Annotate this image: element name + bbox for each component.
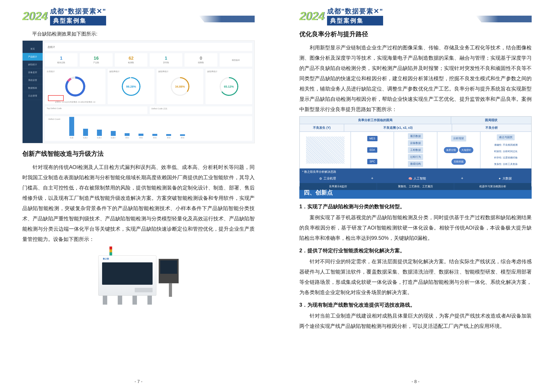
header-title-top: 成都"数据要素✕" [50,7,106,16]
stat-card: 62检测数 [115,53,147,67]
dashboard-sidebar: 首页 产品统计 缺陷统计 设备监控 系统设置 数据报表 日志管理 [23,41,43,143]
flow-header: 困局现状 [451,116,531,124]
body-paragraph: 针对当前工业制造产线建设相对成熟且体量巨大的现状，为客户提供产线技术改造或者AI… [299,311,532,331]
donut-block: 分类统计 ●系列1: 129 ●正向判定情况: 43 ●负向判定情况: 84 [45,69,105,104]
body-paragraph: 利用新型显示产业链制造企业生产过程的图像采集、传输、存储及业务工程化等技术，结合… [299,42,532,114]
datalist-row: Top Defect Code Defect Code 占比 [45,106,252,114]
bar-chart: Defect Count 柱形 柱形2 柱形3 柱形4 类别 类别 类别 类别 … [45,116,252,141]
stat-card: 1异常数 [150,53,182,67]
stat-row: 1模块总数 16产品数 62检测数 1异常数 0报警数 模型版本 [45,53,252,67]
solution-title: * 数之联良率分析解决思路 [300,168,531,175]
figure-caption: 平台缺陷检测效果如下图所示: [22,30,255,38]
list-block: Defect Code 占比 [150,106,252,114]
body-paragraph: 针对不同行业的特定需求，在算法层面提供定制化解决方案。结合实际生产线状况，综合考… [299,256,532,297]
point-heading: 1．实现了产品缺陷检测与分类的数智化转型。 [299,203,532,210]
section-heading: 优化良率分析与提升路径 [299,30,532,38]
gauge-block: 缺陷率统计 98.28% [108,69,154,104]
gear-icon: ⚙ 工业机理 [319,176,336,181]
body-paragraph: 案例实现了基于机器视觉的产品缺陷智能检测及分类，同时提供基于生产过程数据和缺陷检… [299,212,532,243]
highlight-box [48,95,64,101]
sidebar-item: 设备监控 [23,69,43,77]
plus-icon: + [371,176,374,181]
gauge-block: 缺陷率统计 65.12% [206,69,252,104]
machine-panel [135,288,152,292]
list-block: Top Defect Code [45,106,147,114]
sidebar-item: 数据报表 [23,84,43,92]
solution-step: 机器学习算法根因分析 [454,183,531,190]
flow-col-systems: MES EDA SPC [351,132,394,168]
header-title-top: 成都"数据要素✕" [327,7,383,16]
flow-subheader: 不良追溯 (x1, x2, x3) [344,124,452,132]
point-heading: 2．提供了特定行业智能质检定制化解决方案。 [299,247,532,254]
section-heading: 创新产线智能改造与升级方法 [22,149,255,158]
header-title-bottom: 典型案例集 [50,16,106,26]
flow-subheader: 不良发生 (Y) [300,124,344,132]
chart-legend: ●系列1: 129 ●正向判定情况: 43 ●负向判定情况: 84 [45,101,105,103]
gauge-block: 缺陷率统计 34.88% [157,69,203,104]
flow-diagram: 良率分析工作面临的困局 困局现状 不良发生 (Y) 不良追溯 (x1, x2, … [299,116,532,181]
monitor-arm [169,283,172,297]
network-icon: ✦ 大数据 [498,176,512,181]
dashboard-topbar: 总统计 [45,43,252,51]
page-right: 2024 成都"数据要素✕" 典型案例集 优化良率分析与提升路径 利用新型显示产… [277,0,554,392]
flow-col-image [300,132,351,168]
signal-tower-icon [110,246,112,255]
equipment-figure: 数之联 [22,246,255,309]
stat-card: 模型版本 [220,53,252,67]
header-decoration [476,16,532,22]
flow-col-data: 履历数据 设备数据 工程数据 过程行为 微观结构 [394,132,437,168]
page-left: 2024 成都"数据要素✕" 典型案例集 平台缺陷检测效果如下图所示: 首页 产… [0,0,277,392]
stat-card: 0报警数 [185,53,217,67]
flow-col-pain: 难点与困扰 准确性: 不良根因难溯 时效性: 分析时间过长 科学性: 过度依赖经… [480,132,531,168]
header-decoration [199,16,255,22]
sidebar-item: 系统设置 [23,77,43,84]
brain-icon: 🧠 人工智能 [408,176,426,181]
machine-body: 数之联 [98,255,156,296]
machine-brand: 数之联 [103,258,109,260]
stat-card: 16产品数 [80,53,112,67]
panel-texture-icon [306,137,345,164]
body-paragraph: 针对现有的传统AOI检测及人工目检方式漏判和误判高、效率低、成本高、分析耗时长等… [22,162,255,244]
point-heading: 3．为现有制造产线数智化改造提供可选技改路线。 [299,301,532,308]
sidebar-item: 产品统计 [23,53,43,61]
sidebar-item: 首页 [23,45,43,53]
stat-card: 1模块总数 [45,53,77,67]
page-number: - 7 - [0,379,277,384]
sidebar-item: 缺陷统计 [23,61,43,69]
plus-icon: + [461,176,464,181]
year-badge: 2024 [299,9,324,23]
sidebar-item: 日志管理 [23,92,43,100]
dashboard-screenshot: 首页 产品统计 缺陷统计 设备监控 系统设置 数据报表 日志管理 总统计 1模块… [22,41,255,143]
header-title-bottom: 典型案例集 [327,16,383,26]
dashboard-main: 总统计 1模块总数 16产品数 62检测数 1异常数 0报警数 模型版本 分类统… [43,41,254,143]
year-badge: 2024 [22,9,47,23]
flow-subheader: 不良分析 [452,124,532,132]
gauge-row: 分类统计 ●系列1: 129 ●正向判定情况: 43 ●负向判定情况: 84 缺… [45,69,252,104]
flow-header: 良率分析工作面临的困局 [300,116,451,124]
solution-step: 聚集性、工艺路径、工艺履历 [377,183,454,190]
page-number: - 8 - [277,379,554,384]
machine-monitor [159,259,179,283]
flow-col-analysis: 分析现状 速度过慢 大海捞针 关联挖掘 [437,132,480,168]
machine-window [102,262,152,285]
donut-chart-icon [65,77,85,97]
